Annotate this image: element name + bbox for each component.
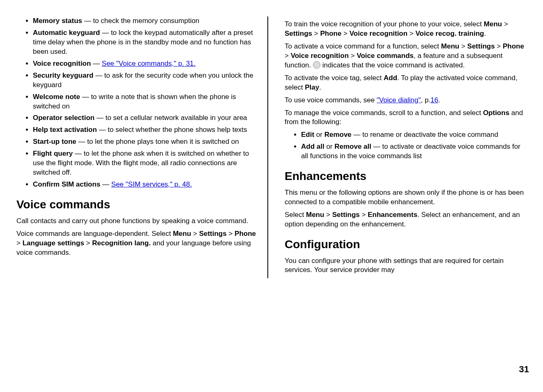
list-item: Voice recognition — See "Voice commands,… bbox=[33, 59, 258, 69]
phone-settings-list: Memory status — to check the memory cons… bbox=[16, 16, 258, 189]
path-sep: > bbox=[407, 30, 415, 37]
page-number: 31 bbox=[519, 363, 529, 376]
path-sep: > bbox=[312, 30, 320, 37]
item-desc: — bbox=[100, 180, 111, 188]
add-label: Add bbox=[384, 74, 397, 82]
path-language-settings: Language settings bbox=[23, 239, 84, 247]
two-column-layout: Memory status — to check the memory cons… bbox=[16, 16, 527, 278]
path-voice-recog-training: Voice recog. training bbox=[416, 30, 484, 37]
path-sep: > bbox=[16, 239, 23, 247]
path-sep: > bbox=[84, 239, 92, 247]
item-label: Confirm SIM actions bbox=[33, 180, 100, 188]
configuration-heading: Configuration bbox=[285, 237, 527, 252]
list-item: Operator selection — to set a cellular n… bbox=[33, 113, 258, 123]
right-column: To train the voice recognition of your p… bbox=[285, 16, 527, 278]
path-voice-recognition: Voice recognition bbox=[291, 52, 349, 60]
item-label: Memory status bbox=[33, 17, 82, 25]
manage-pre: To manage the voice commands, scroll to … bbox=[285, 109, 483, 117]
options-label: Options bbox=[483, 109, 509, 117]
use-mid: , p. bbox=[421, 96, 430, 104]
sim-services-link[interactable]: See "SIM services," p. 48. bbox=[111, 180, 192, 188]
path-sep: > bbox=[459, 42, 467, 50]
item-label: Security keyguard bbox=[33, 71, 93, 79]
path-sep: > bbox=[502, 20, 508, 28]
activate-post: indicates that the voice command is acti… bbox=[320, 61, 465, 69]
enhancements-select-paragraph: Select Menu > Settings > Enhancements. S… bbox=[285, 210, 527, 229]
list-item: Confirm SIM actions — See "SIM services,… bbox=[33, 180, 258, 189]
activate-command-paragraph: To activate a voice command for a functi… bbox=[285, 42, 527, 70]
item-desc: — to let the phone plays tone when it is… bbox=[76, 138, 239, 145]
item-label: Help text activation bbox=[33, 126, 97, 134]
list-item: Edit or Remove — to rename or deactivate… bbox=[301, 130, 527, 140]
add-all-label: Add all bbox=[301, 143, 324, 150]
voice-commands-language: Voice commands are language-dependent. S… bbox=[16, 229, 258, 258]
path-sep: > bbox=[341, 30, 349, 37]
path-sep: > bbox=[349, 52, 357, 60]
path-phone: Phone bbox=[320, 30, 341, 37]
path-sep: > bbox=[191, 230, 199, 238]
path-sep: > bbox=[324, 211, 332, 219]
list-item: Automatic keyguard — to lock the keypad … bbox=[33, 28, 258, 57]
path-settings: Settings bbox=[199, 230, 227, 238]
list-item: Add all or Remove all — to activate or d… bbox=[301, 142, 527, 161]
path-sep: > bbox=[227, 230, 235, 238]
path-sep: > bbox=[360, 211, 368, 219]
vc-lang-pre: Voice commands are language-dependent. S… bbox=[16, 230, 173, 238]
path-settings: Settings bbox=[467, 42, 495, 50]
enhancements-heading: Enhancements bbox=[285, 168, 527, 184]
path-recognition-lang: Recognition lang. bbox=[92, 239, 151, 247]
voice-commands-heading: Voice commands bbox=[16, 197, 258, 212]
item-desc: — to check the memory consumption bbox=[82, 17, 199, 25]
path-sep: > bbox=[495, 42, 503, 50]
path-menu: Menu bbox=[306, 211, 324, 219]
use-pre: To use voice commands, see bbox=[285, 96, 377, 104]
or-text: or bbox=[324, 143, 335, 150]
configuration-text: You can configure your phone with settin… bbox=[285, 256, 527, 275]
path-phone: Phone bbox=[235, 230, 256, 238]
path-menu: Menu bbox=[484, 20, 502, 28]
edit-label: Edit bbox=[301, 131, 314, 138]
remove-label: Remove bbox=[324, 131, 352, 138]
path-menu: Menu bbox=[173, 230, 191, 238]
item-label: Welcome note bbox=[33, 93, 80, 101]
tag-pre: To activate the voice tag, select bbox=[285, 74, 384, 82]
list-item: Help text activation — to select whether… bbox=[33, 125, 258, 135]
voice-commands-intro: Call contacts and carry out phone functi… bbox=[16, 217, 258, 226]
list-item: Start-up tone — to let the phone plays t… bbox=[33, 137, 258, 147]
remove-all-label: Remove all bbox=[334, 143, 371, 150]
voice-dialing-link[interactable]: "Voice dialing" bbox=[377, 96, 421, 104]
manage-options-list: Edit or Remove — to rename or deactivate… bbox=[285, 130, 527, 161]
item-label: Voice recognition bbox=[33, 60, 91, 67]
path-sep: > bbox=[285, 52, 291, 60]
manage-voice-paragraph: To manage the voice commands, scroll to … bbox=[285, 108, 527, 127]
item-desc: — to select whether the phone shows help… bbox=[97, 126, 247, 134]
train-pre: To train the voice recognition of your p… bbox=[285, 20, 484, 28]
path-voice-commands: Voice commands bbox=[357, 52, 414, 60]
use-voice-paragraph: To use voice commands, see "Voice dialin… bbox=[285, 96, 527, 105]
play-label: Play bbox=[305, 83, 319, 91]
voice-commands-link[interactable]: See "Voice commands," p. 31. bbox=[102, 60, 196, 67]
path-phone: Phone bbox=[503, 42, 524, 50]
left-column: Memory status — to check the memory cons… bbox=[16, 16, 268, 278]
voice-tag-paragraph: To activate the voice tag, select Add. T… bbox=[285, 74, 527, 92]
item-desc: — bbox=[91, 60, 101, 67]
train-voice-paragraph: To train the voice recognition of your p… bbox=[285, 20, 527, 39]
list-item: Memory status — to check the memory cons… bbox=[33, 16, 258, 26]
or-text: or bbox=[314, 131, 324, 138]
document-page: Memory status — to check the memory cons… bbox=[0, 0, 543, 392]
voice-active-icon bbox=[313, 61, 320, 69]
path-settings: Settings bbox=[332, 211, 360, 219]
item-label: Automatic keyguard bbox=[33, 29, 100, 37]
activate-pre: To activate a voice command for a functi… bbox=[285, 42, 441, 50]
item-desc: — to set a cellular network available in… bbox=[94, 114, 247, 122]
enhancements-intro: This menu or the following options are s… bbox=[285, 188, 527, 207]
item-label: Start-up tone bbox=[33, 138, 76, 145]
page-16-link[interactable]: 16 bbox=[430, 96, 438, 104]
item-label: Operator selection bbox=[33, 114, 94, 122]
path-menu: Menu bbox=[441, 42, 459, 50]
path-settings: Settings bbox=[285, 30, 312, 37]
item-desc: — to rename or deactivate the voice comm… bbox=[352, 131, 498, 138]
path-enhancements: Enhancements bbox=[368, 211, 417, 219]
item-label: Flight query bbox=[33, 150, 73, 157]
use-post: . bbox=[438, 96, 440, 104]
